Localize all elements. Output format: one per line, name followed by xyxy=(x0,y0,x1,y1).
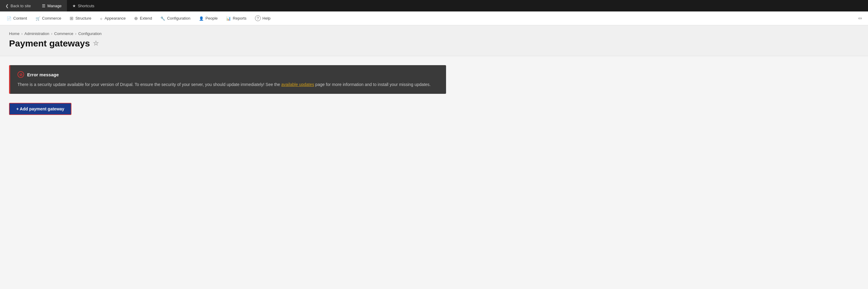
nav-item-people[interactable]: People xyxy=(195,11,222,25)
nav-label-configuration: Configuration xyxy=(167,16,190,21)
main-content: ⊘ Error message There is a security upda… xyxy=(0,56,868,237)
secondary-nav: Content Commerce Structure Appearance Ex… xyxy=(0,11,868,25)
nav-label-reports: Reports xyxy=(233,16,247,21)
nav-label-appearance: Appearance xyxy=(104,16,126,21)
nav-label-people: People xyxy=(206,16,218,21)
error-header: ⊘ Error message xyxy=(18,71,439,78)
page-title: Payment gateways xyxy=(9,38,859,49)
breadcrumb-commerce[interactable]: Commerce xyxy=(54,31,73,36)
people-icon xyxy=(199,16,204,21)
nav-item-help[interactable]: Help xyxy=(251,11,275,25)
menu-icon xyxy=(42,4,45,8)
back-to-site-label: Back to site xyxy=(10,4,31,8)
nav-label-content: Content xyxy=(13,16,27,21)
nav-item-configuration[interactable]: Configuration xyxy=(156,11,194,25)
config-icon xyxy=(160,16,165,21)
breadcrumb: Home › Administration › Commerce › Confi… xyxy=(9,31,859,36)
error-body-text-end: page for more information and to install… xyxy=(314,82,431,87)
structure-icon xyxy=(70,16,73,21)
error-message-box: ⊘ Error message There is a security upda… xyxy=(9,65,446,94)
nav-label-extend: Extend xyxy=(140,16,152,21)
extend-icon xyxy=(134,16,138,21)
help-icon xyxy=(255,16,261,21)
nav-item-extend[interactable]: Extend xyxy=(130,11,156,25)
nav-item-structure[interactable]: Structure xyxy=(65,11,96,25)
shortcuts-label: Shortcuts xyxy=(78,4,94,8)
available-updates-link[interactable]: available updates xyxy=(281,82,314,87)
nav-right xyxy=(855,11,866,25)
error-circle-icon: ⊘ xyxy=(18,71,24,78)
commerce-icon xyxy=(36,16,40,21)
nav-item-reports[interactable]: Reports xyxy=(222,11,251,25)
nav-label-structure: Structure xyxy=(75,16,91,21)
shortcuts-star-icon xyxy=(72,4,76,8)
page-header: Home › Administration › Commerce › Confi… xyxy=(0,25,868,56)
breadcrumb-administration[interactable]: Administration xyxy=(24,31,49,36)
nav-label-help: Help xyxy=(262,16,271,21)
nav-toggle-pin[interactable] xyxy=(855,11,866,25)
breadcrumb-configuration: Configuration xyxy=(79,31,101,36)
nav-item-commerce[interactable]: Commerce xyxy=(31,11,66,25)
breadcrumb-sep-1: › xyxy=(22,31,23,36)
shortcuts-link[interactable]: Shortcuts xyxy=(67,0,100,11)
appearance-icon xyxy=(100,16,103,21)
manage-label: Manage xyxy=(47,4,61,8)
breadcrumb-sep-2: › xyxy=(51,31,52,36)
nav-item-appearance[interactable]: Appearance xyxy=(96,11,130,25)
error-title: Error message xyxy=(27,72,59,77)
admin-bar: Back to site Manage Shortcuts xyxy=(0,0,868,11)
back-to-site-link[interactable]: Back to site xyxy=(0,0,36,11)
favorite-star-icon[interactable] xyxy=(93,39,99,47)
content-icon xyxy=(7,16,11,21)
back-icon xyxy=(5,4,9,8)
error-body: There is a security update available for… xyxy=(18,82,439,88)
page-title-text: Payment gateways xyxy=(9,38,90,49)
breadcrumb-sep-3: › xyxy=(75,31,76,36)
manage-link[interactable]: Manage xyxy=(36,0,67,11)
reports-icon xyxy=(226,16,231,21)
nav-item-content[interactable]: Content xyxy=(2,11,31,25)
add-payment-gateway-button[interactable]: + Add payment gateway xyxy=(9,103,71,115)
breadcrumb-home[interactable]: Home xyxy=(9,31,20,36)
nav-label-commerce: Commerce xyxy=(42,16,61,21)
error-body-text: There is a security update available for… xyxy=(18,82,281,87)
